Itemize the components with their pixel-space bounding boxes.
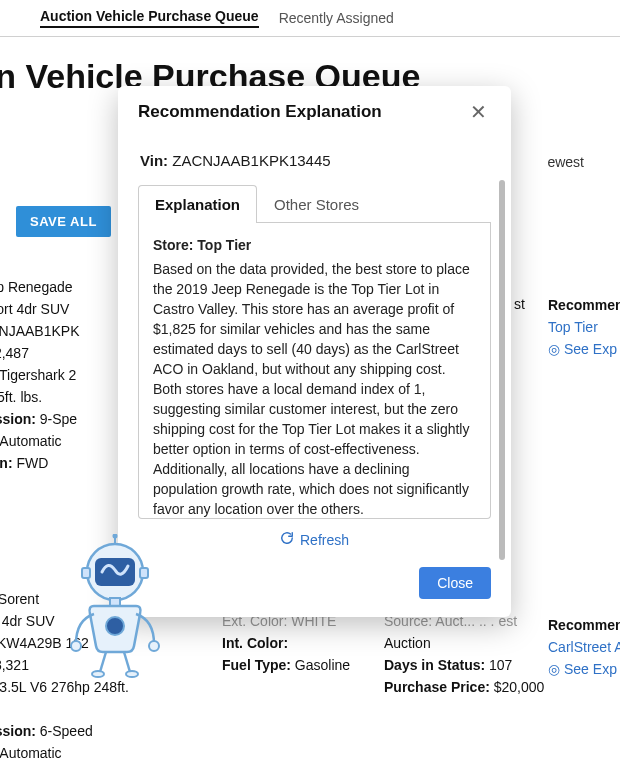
transmission-value-2: ftable Automatic — [0, 430, 80, 452]
svg-line-11 — [124, 652, 130, 672]
swirl-icon: ◎ — [548, 658, 560, 680]
transmission-value: 9-Spe — [36, 411, 77, 427]
explanation-body: Based on the data provided, the best sto… — [153, 259, 476, 519]
tab-other-stores[interactable]: Other Stores — [257, 185, 376, 223]
fuel-type-value: Gasoline — [291, 657, 350, 673]
recommend-label: Recommen — [548, 297, 620, 313]
purchase-price-value: $20,000 — [490, 679, 545, 695]
text-fragment-st: st — [514, 296, 525, 312]
recommend-store-link-2[interactable]: CarlStreet A — [548, 639, 620, 655]
nav-recently-assigned[interactable]: Recently Assigned — [279, 10, 394, 26]
svg-point-9 — [149, 641, 159, 651]
transmission-value2-2: ftable Automatic — [0, 742, 129, 764]
svg-point-13 — [126, 671, 138, 677]
purchase-price-label: Purchase Price: — [384, 679, 490, 695]
drivetrain-value: FWD — [13, 455, 49, 471]
exp-store-label: Store: — [153, 237, 193, 253]
engine-value-2: hp 175ft. lbs. — [0, 386, 80, 408]
vehicle-title-fragment: 9 Jeep Renegade — [0, 276, 80, 298]
top-nav: Auction Vehicle Purchase Queue Recently … — [0, 0, 620, 37]
vehicle-card-2-right: Source: Auct... .. . est Auction Days in… — [384, 610, 544, 698]
recommendation-2: Recommen CarlStreet A ◎ See Exp — [548, 614, 620, 680]
modal-vin-label: Vin: — [140, 152, 168, 169]
save-all-button[interactable]: SAVE ALL — [16, 206, 111, 237]
robot-icon — [60, 534, 180, 688]
refresh-label: Refresh — [300, 532, 349, 548]
days-status-label: Days in Status: — [384, 657, 485, 673]
vehicle-card-1: 9 Jeep Renegade n: Sport 4dr SUV : ZACNJ… — [0, 276, 80, 474]
see-explanation-link[interactable]: See Exp — [564, 338, 617, 360]
fuel-type-label: Fuel Type: — [222, 657, 291, 673]
transmission-label-2: nsmission: — [0, 723, 36, 739]
drivetrain-label: vetrain: — [0, 455, 13, 471]
modal-title: Recommendation Explanation — [138, 102, 382, 122]
svg-line-10 — [100, 652, 106, 672]
trim-value-2: SX 4dr SUV — [0, 613, 55, 629]
miles-value: 32,487 — [0, 345, 29, 361]
exp-store-value: Top Tier — [193, 237, 251, 253]
svg-rect-4 — [82, 568, 90, 578]
modal-scrollbar[interactable] — [499, 180, 505, 560]
days-status-value: 107 — [485, 657, 512, 673]
close-button[interactable]: Close — [419, 567, 491, 599]
recommend-label-2: Recommen — [548, 617, 620, 633]
transmission-value-2: 6-Speed — [36, 723, 93, 739]
recommend-store-link[interactable]: Top Tier — [548, 319, 598, 335]
svg-point-8 — [71, 641, 81, 651]
svg-rect-5 — [140, 568, 148, 578]
trim-value: Sport 4dr SUV — [0, 301, 69, 317]
recommendation-1: Recommen Top Tier ◎ See Exp — [548, 294, 620, 360]
tab-explanation[interactable]: Explanation — [138, 185, 257, 223]
nav-auction-queue[interactable]: Auction Vehicle Purchase Queue — [40, 8, 259, 28]
vin-line: Vin: ZACNJAAB1KPK13445 — [118, 134, 511, 181]
modal-tabs: Explanation Other Stores — [138, 185, 491, 223]
vin-value: ZACNJAAB1KPK — [0, 323, 80, 339]
swirl-icon: ◎ — [548, 338, 560, 360]
refresh-icon — [280, 531, 294, 548]
sort-newest-fragment: ewest — [547, 154, 584, 170]
miles-value-2: 18,321 — [0, 657, 29, 673]
svg-point-12 — [92, 671, 104, 677]
svg-point-7 — [106, 617, 124, 635]
svg-point-1 — [113, 534, 118, 539]
close-icon[interactable]: ✕ — [466, 102, 491, 122]
modal-vin-value: ZACNJAAB1KPK13445 — [168, 152, 331, 169]
vehicle-card-2-mid: Ext. Color: WHITE Int. Color: Fuel Type:… — [222, 610, 350, 676]
refresh-button[interactable]: Refresh — [280, 531, 349, 548]
see-explanation-link-2[interactable]: See Exp — [564, 658, 617, 680]
transmission-label: nsmission: — [0, 411, 36, 427]
engine-value: Tigershark 2 — [0, 367, 76, 383]
auction-text: Auction — [384, 632, 544, 654]
explanation-panel: Store: Top Tier Based on the data provid… — [138, 223, 491, 519]
int-color-label: Int. Color: — [222, 635, 288, 651]
